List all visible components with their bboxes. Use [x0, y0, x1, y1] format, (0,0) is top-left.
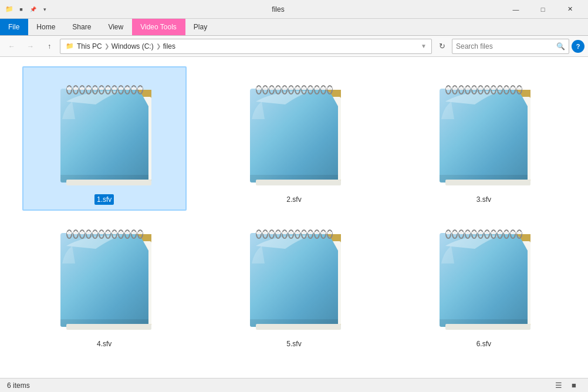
address-dropdown-icon[interactable]: ▼	[421, 43, 427, 49]
svg-rect-141	[131, 232, 136, 234]
svg-rect-89	[459, 87, 464, 90]
svg-rect-161	[269, 232, 274, 234]
tab-share[interactable]: Share	[64, 19, 100, 35]
svg-rect-13	[67, 87, 72, 90]
file-label: 4.sfv	[94, 339, 114, 349]
file-item[interactable]: 4.sfv	[22, 211, 187, 355]
back-button[interactable]: ←	[4, 39, 20, 54]
svg-rect-213	[511, 232, 515, 234]
minimize-button[interactable]: —	[502, 0, 529, 19]
file-icon	[241, 72, 347, 190]
svg-rect-101	[498, 87, 502, 90]
svg-rect-137	[119, 232, 123, 234]
svg-rect-175	[315, 232, 319, 234]
svg-rect-29	[119, 87, 123, 90]
svg-rect-21	[93, 87, 97, 90]
svg-rect-215	[517, 232, 522, 234]
svg-rect-127	[86, 232, 91, 234]
tab-home[interactable]: Home	[28, 19, 64, 35]
list-view-button[interactable]: ☰	[552, 380, 566, 391]
svg-rect-157	[256, 232, 261, 234]
svg-rect-105	[511, 87, 515, 90]
search-icon[interactable]: 🔍	[556, 42, 565, 50]
svg-rect-155	[256, 324, 341, 330]
grid-view-button[interactable]: ■	[567, 380, 581, 391]
sep1: ❯	[104, 43, 109, 49]
svg-rect-93	[472, 87, 477, 90]
svg-rect-33	[131, 87, 136, 90]
item-count: 6 items	[7, 381, 30, 390]
file-label: 3.sfv	[474, 194, 494, 205]
file-item[interactable]: 1.sfv	[22, 66, 187, 211]
close-button[interactable]: ✕	[556, 0, 583, 19]
svg-rect-191	[445, 324, 530, 330]
file-item[interactable]: 2.sfv	[212, 66, 376, 211]
tab-videotools[interactable]: Video Tools	[132, 19, 185, 35]
svg-rect-123	[73, 232, 78, 234]
search-box[interactable]: 🔍	[452, 39, 569, 54]
svg-rect-131	[99, 232, 104, 234]
file-icon	[241, 217, 347, 334]
svg-rect-91	[465, 87, 470, 90]
refresh-button[interactable]: ↻	[434, 39, 450, 54]
file-icon	[52, 72, 157, 190]
file-item[interactable]: 5.sfv	[212, 211, 376, 355]
svg-rect-203	[478, 232, 483, 234]
maximize-button[interactable]: □	[529, 0, 556, 19]
svg-rect-25	[106, 87, 110, 90]
ribbon: File Home Share View Video Tools Play	[0, 19, 588, 36]
search-input[interactable]	[456, 42, 556, 50]
svg-rect-99	[491, 87, 496, 90]
crumb-windows: Windows (C:)	[111, 42, 154, 50]
file-label: 6.sfv	[474, 339, 494, 349]
svg-rect-55	[276, 87, 281, 90]
svg-rect-211	[504, 232, 509, 234]
svg-rect-129	[93, 232, 97, 234]
svg-rect-67	[315, 87, 319, 90]
svg-rect-197	[459, 232, 464, 234]
address-box[interactable]: 📁 This PC ❯ Windows (C:) ❯ files ▼	[60, 39, 432, 54]
svg-rect-11	[66, 180, 151, 185]
file-item[interactable]: 6.sfv	[401, 211, 566, 355]
svg-rect-163	[276, 232, 281, 234]
help-button[interactable]: ?	[572, 40, 584, 53]
file-icon	[431, 217, 536, 334]
svg-rect-159	[263, 232, 268, 234]
pin-icon[interactable]: 📌	[28, 5, 38, 14]
svg-rect-63	[302, 87, 306, 90]
address-bar-row: ← → ↑ 📁 This PC ❯ Windows (C:) ❯ files ▼…	[0, 36, 588, 57]
svg-rect-17	[80, 87, 85, 90]
svg-rect-125	[80, 232, 85, 234]
crumb-thispc: This PC	[77, 42, 102, 50]
file-area: 1.sfv	[0, 57, 588, 378]
tab-view[interactable]: View	[100, 19, 132, 35]
file-item[interactable]: 3.sfv	[401, 66, 566, 211]
svg-rect-59	[289, 87, 293, 90]
svg-rect-51	[263, 87, 268, 90]
svg-rect-23	[99, 87, 104, 90]
svg-rect-35	[138, 87, 143, 90]
view-buttons: ☰ ■	[552, 380, 581, 391]
forward-button[interactable]: →	[22, 39, 39, 54]
svg-rect-83	[445, 180, 530, 185]
ribbon-tabs: File Home Share View Video Tools Play	[0, 19, 588, 35]
file-icon	[431, 72, 536, 190]
window-icon: 📁	[5, 5, 14, 14]
svg-rect-69	[321, 87, 326, 90]
crumb-files: files	[163, 42, 175, 50]
file-label: 1.sfv	[94, 194, 114, 205]
quick-access-icon[interactable]: ■	[16, 5, 26, 14]
svg-rect-57	[282, 87, 287, 90]
svg-rect-207	[491, 232, 496, 234]
tab-file[interactable]: File	[0, 19, 28, 35]
svg-rect-209	[498, 232, 502, 234]
title-bar: 📁 ■ 📌 ▾ files — □ ✕	[0, 0, 588, 19]
up-button[interactable]: ↑	[41, 39, 58, 54]
dropdown-icon[interactable]: ▾	[40, 5, 49, 14]
svg-rect-199	[465, 232, 470, 234]
svg-rect-61	[295, 87, 300, 90]
svg-rect-179	[327, 232, 332, 234]
tab-play[interactable]: Play	[185, 19, 216, 35]
svg-rect-19	[86, 87, 91, 90]
svg-rect-171	[302, 232, 306, 234]
